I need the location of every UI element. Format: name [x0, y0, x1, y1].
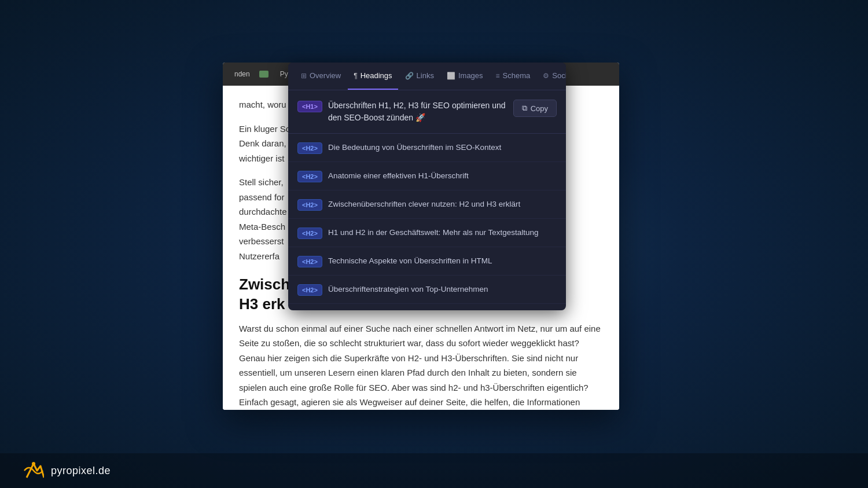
copy-icon: ⧉ — [522, 104, 527, 113]
seo-panel: ⊞ Overview ¶ Headings 🔗 Links ⬜ Images ≡… — [288, 63, 566, 310]
nav-item-overview[interactable]: ⊞ Overview — [295, 63, 347, 90]
nav-label-schema: Schema — [503, 71, 531, 80]
nav-label-images: Images — [458, 71, 483, 80]
links-icon: 🔗 — [405, 72, 414, 80]
h1-text: Überschriften H1, H2, H3 für SEO optimie… — [328, 100, 506, 124]
bottom-bar: pyropixel.de — [0, 453, 868, 488]
schema-icon: ≡ — [496, 72, 500, 80]
heading-item-0[interactable]: <H2> Die Bedeutung von Überschriften im … — [288, 134, 566, 162]
folder-icon — [259, 71, 269, 78]
main-paragraph: Warst du schon einmal auf einer Suche na… — [239, 321, 603, 410]
tab-nden[interactable]: nden — [230, 68, 255, 80]
nav-item-schema[interactable]: ≡ Schema — [490, 63, 536, 90]
heading-item-4[interactable]: <H2> Technische Aspekte von Überschrifte… — [288, 247, 566, 276]
logo-text: pyropixel.de — [51, 465, 111, 477]
h2-text-1: Anatomie einer effektiven H1-Überschrift — [328, 171, 469, 182]
nav-label-headings: Headings — [361, 71, 392, 80]
svg-point-0 — [32, 462, 35, 465]
copy-button[interactable]: ⧉ Copy — [513, 100, 557, 117]
h2-text-2: Zwischenüberschriften clever nutzen: H2 … — [328, 199, 520, 210]
heading-item-6[interactable]: <H2> TL;DR – Zusammenfassung in Stichpun… — [288, 304, 566, 310]
h2-badge-1: <H2> — [297, 171, 322, 182]
h2-text-0: Die Bedeutung von Überschriften im SEO-K… — [328, 142, 501, 153]
h2-badge-5: <H2> — [297, 284, 322, 296]
heading-item-5[interactable]: <H2> Überschriftenstrategien von Top-Unt… — [288, 276, 566, 304]
heading-item-2[interactable]: <H2> Zwischenüberschriften clever nutzen… — [288, 190, 566, 219]
nav-item-headings[interactable]: ¶ Headings — [348, 63, 398, 90]
logo-icon — [23, 460, 44, 481]
heading-item-3[interactable]: <H2> H1 und H2 in der Geschäftswelt: Meh… — [288, 219, 566, 247]
copy-label: Copy — [531, 104, 548, 113]
h2-text-3: H1 und H2 in der Geschäftswelt: Mehr als… — [328, 228, 539, 239]
h1-badge: <H1> — [297, 101, 322, 112]
h2-badge-4: <H2> — [297, 256, 322, 267]
heading-item-1[interactable]: <H2> Anatomie einer effektiven H1-Übersc… — [288, 162, 566, 190]
images-icon: ⬜ — [447, 72, 455, 80]
seo-headings-content: <H1> Überschriften H1, H2, H3 für SEO op… — [288, 90, 566, 310]
heading-h1-item: <H1> Überschriften H1, H2, H3 für SEO op… — [288, 90, 566, 134]
h2-text-5: Überschriftenstrategien von Top-Unterneh… — [328, 284, 488, 295]
nav-item-images[interactable]: ⬜ Images — [441, 63, 489, 90]
nav-item-social[interactable]: ⚙ Social — [537, 63, 566, 90]
nav-item-links[interactable]: 🔗 Links — [399, 63, 440, 90]
nav-label-overview: Overview — [310, 71, 341, 80]
nav-label-links: Links — [417, 71, 434, 80]
h2-badge-2: <H2> — [297, 199, 322, 211]
heading-h1-left: <H1> Überschriften H1, H2, H3 für SEO op… — [297, 100, 506, 124]
seo-nav: ⊞ Overview ¶ Headings 🔗 Links ⬜ Images ≡… — [288, 63, 566, 90]
overview-icon: ⊞ — [301, 72, 307, 80]
h2-badge-3: <H2> — [297, 228, 322, 239]
social-icon: ⚙ — [543, 72, 549, 80]
nav-label-social: Social — [552, 71, 566, 80]
h2-badge-0: <H2> — [297, 142, 322, 154]
h2-text-4: Technische Aspekte von Überschriften in … — [328, 256, 492, 267]
headings-icon: ¶ — [354, 72, 357, 80]
